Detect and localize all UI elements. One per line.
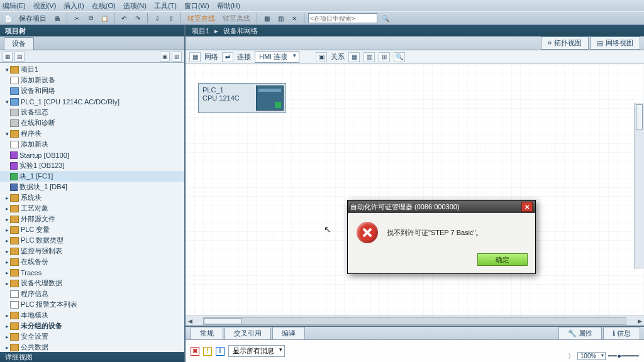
tree-plc[interactable]: PLC_1 [CPU 1214C AC/DC/Rly]: [21, 98, 119, 106]
dialog-ok-button[interactable]: 确定: [477, 253, 528, 266]
tab-info[interactable]: ℹ 信息: [603, 327, 640, 339]
tree-program-info[interactable]: 程序信息: [21, 289, 48, 299]
tree-device-config[interactable]: 设备组态: [21, 107, 48, 117]
tree-backup[interactable]: 在线备份: [21, 257, 48, 266]
error-badge-icon[interactable]: ✖: [191, 347, 199, 356]
tree-local-modules[interactable]: 本地模块: [21, 310, 48, 320]
tree-system-blocks[interactable]: 系统块: [21, 193, 42, 202]
tree-tech-objects[interactable]: 工艺对象: [21, 204, 48, 213]
download-icon[interactable]: ⇩: [152, 13, 163, 24]
net-icon[interactable]: ▦: [189, 52, 201, 62]
menu-insert[interactable]: 插入(I): [64, 1, 84, 11]
info-badge-icon[interactable]: i: [216, 347, 225, 356]
main-toolbar: 📄 保存项目 🖶 ✂ ⧉ 📋 ↶ ↷ ⇩ ⇧ 转至在线 转至离线 ▦ ▥ ✕ 🔍: [0, 11, 644, 25]
topology-icon: ⌗: [548, 39, 552, 47]
toolbar-icon-2[interactable]: ▥: [275, 13, 286, 24]
menu-help[interactable]: 帮助(H): [217, 1, 240, 11]
upload-icon[interactable]: ⇧: [165, 13, 177, 24]
plc-box-cpu: CPU 1214C: [203, 94, 250, 102]
crumb-sep-icon: ▸: [214, 27, 218, 35]
tree-plc-types[interactable]: PLC 数据类型: [21, 236, 64, 245]
tree-ob100[interactable]: Startup [OB100]: [19, 151, 69, 159]
tree-fc1[interactable]: 块_1 [FC1]: [19, 172, 53, 181]
zoom-slider-icon[interactable]: ━━●━━━━: [608, 352, 639, 360]
tree-ob123[interactable]: 实验1 [OB123]: [19, 161, 65, 170]
tree-tool-4[interactable]: ▥: [172, 52, 182, 62]
toolbar-icon-1[interactable]: ▦: [261, 13, 272, 24]
tree-ungrouped[interactable]: 未分组的设备: [21, 321, 62, 331]
tab-compile[interactable]: 编译: [272, 327, 305, 339]
tree-external-src[interactable]: 外部源文件: [21, 214, 55, 224]
zoom-control[interactable]: 〉 100% ━━●━━━━: [568, 351, 639, 361]
info-icon: ℹ: [613, 329, 615, 337]
cut-icon[interactable]: ✂: [71, 13, 82, 24]
tree-common-data[interactable]: 公共数据: [21, 343, 48, 352]
tree-watch[interactable]: 监控与强制表: [21, 246, 62, 256]
tree-plc-vars[interactable]: PLC 变量: [21, 225, 50, 234]
tab-properties[interactable]: 🔧 属性: [558, 327, 602, 339]
menu-edit[interactable]: 编辑(E): [3, 1, 26, 11]
tree-tool-2[interactable]: ▤: [14, 52, 25, 62]
search-icon[interactable]: 🔍: [380, 13, 391, 24]
tool-icon-1[interactable]: ▦: [348, 52, 360, 62]
tree-online-diag[interactable]: 在线和诊断: [21, 118, 55, 128]
tab-devices[interactable]: 设备: [4, 37, 34, 50]
save-project-button[interactable]: 保存项目: [16, 14, 49, 23]
network-label: 网络: [204, 52, 218, 62]
zoom-dropdown[interactable]: 100%: [577, 352, 606, 360]
dialog-close-button[interactable]: ✕: [521, 202, 533, 212]
detail-view-title[interactable]: 详细视图: [0, 352, 184, 362]
network-canvas[interactable]: PLC_1 CPU 1214C ↖: [186, 64, 644, 315]
tree-proxy[interactable]: 设备代理数据: [21, 278, 62, 288]
tree-program-blocks[interactable]: 程序块: [21, 129, 42, 138]
tree-add-block[interactable]: 添加新块: [21, 140, 48, 149]
menu-tools[interactable]: 工具(T): [154, 1, 177, 11]
tree-add-device[interactable]: 添加新设备: [21, 75, 55, 85]
plc-chip-icon: [256, 85, 284, 111]
tab-network-view[interactable]: ▤网络视图: [590, 36, 640, 50]
undo-icon[interactable]: ↶: [118, 13, 130, 24]
tree-traces[interactable]: Traces: [21, 269, 42, 277]
tree-db4[interactable]: 数据块_1 [DB4]: [19, 182, 67, 192]
menu-window[interactable]: 窗口(W): [184, 1, 209, 11]
conn-icon[interactable]: ⇄: [222, 52, 233, 62]
tab-xref[interactable]: 交叉引用: [225, 327, 271, 339]
tree-security[interactable]: 安全设置: [21, 332, 48, 341]
new-project-icon[interactable]: 📄: [3, 13, 14, 24]
go-online-button[interactable]: 转至在线: [185, 14, 218, 23]
warning-badge-icon[interactable]: !: [203, 347, 212, 356]
tree-devices-networks[interactable]: 设备和网络: [21, 86, 55, 96]
menu-view[interactable]: 视图(V): [33, 1, 57, 11]
network-icon: ▤: [597, 39, 603, 47]
crumb-devices[interactable]: 设备和网络: [223, 26, 258, 36]
tree-tool-3[interactable]: ▣: [160, 52, 170, 62]
tree-alarm-text[interactable]: PLC 报警文本列表: [21, 300, 77, 309]
tree-project[interactable]: 项目1: [21, 65, 38, 74]
paste-icon[interactable]: 📋: [99, 13, 110, 24]
horizontal-scrollbar[interactable]: ◀▶ 〉 100% ━━●━━━━: [186, 315, 644, 326]
plc-device-box[interactable]: PLC_1 CPU 1214C: [198, 83, 286, 113]
tool-icon-2[interactable]: ▥: [364, 52, 375, 62]
connection-dropdown[interactable]: HMI 连接: [255, 51, 299, 63]
menu-options[interactable]: 选项(N): [123, 1, 147, 11]
tool-icon-3[interactable]: ⊞: [379, 52, 390, 62]
tree-tool-1[interactable]: ▦: [3, 52, 13, 62]
vertical-scrollbar[interactable]: [634, 103, 644, 269]
error-icon: [357, 222, 378, 243]
menu-online[interactable]: 在线(O): [92, 1, 116, 11]
zoom-fit-icon[interactable]: 🔍: [394, 52, 405, 62]
dialog-titlebar[interactable]: 自动化许可证管理器 (0086:000300) ✕: [348, 200, 535, 213]
go-offline-button[interactable]: 转至离线: [220, 14, 253, 23]
rel-icon[interactable]: ▣: [316, 52, 327, 62]
message-filter-dropdown[interactable]: 显示所有消息: [228, 345, 285, 357]
tab-topology-view[interactable]: ⌗拓扑视图: [541, 36, 589, 50]
crumb-project[interactable]: 项目1: [192, 26, 209, 36]
project-tree[interactable]: ▾项目1 添加新设备 设备和网络 ▾PLC_1 [CPU 1214C AC/DC…: [0, 63, 184, 352]
tab-general[interactable]: 常规: [191, 327, 223, 339]
redo-icon[interactable]: ↷: [132, 13, 143, 24]
print-icon[interactable]: 🖶: [52, 13, 63, 24]
properties-icon: 🔧: [568, 329, 577, 337]
project-search-input[interactable]: [308, 13, 377, 23]
copy-icon[interactable]: ⧉: [85, 13, 96, 24]
close-icon[interactable]: ✕: [289, 13, 300, 24]
